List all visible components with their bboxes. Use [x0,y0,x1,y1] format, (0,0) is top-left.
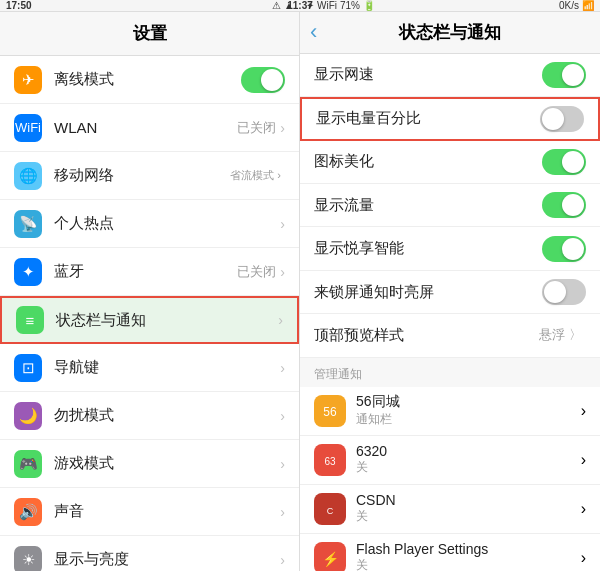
notif-item-56tc[interactable]: 56 56同城 通知栏 › [300,387,600,436]
left-panel: 设置 ✈ 离线模式 WiFi WLAN 已关闭 › 🌐 [0,12,300,571]
settings-item-game[interactable]: 🎮 游戏模式 › [0,440,299,488]
notif-icon-csdn: C [314,493,346,525]
battery-pct-status: 71% [340,0,360,11]
settings-item-navkey[interactable]: ⊡ 导航键 › [0,344,299,392]
toggle-offline[interactable] [241,67,285,93]
item-value-wlan: 已关闭 [237,119,276,137]
chevron-sound: › [280,504,285,520]
notif-icon-6320: 63 [314,444,346,476]
toggle-show-yixiang[interactable] [542,236,586,262]
settings-item-sound[interactable]: 🔊 声音 › [0,488,299,536]
notif-item-csdn[interactable]: C CSDN 关 › [300,485,600,534]
item-label-offline: 离线模式 [54,70,241,89]
settings-item-mobile-net[interactable]: 🌐 移动网络 省流模式 › [0,152,299,200]
chevron-csdn: › [581,500,586,518]
right-panel-header: ‹ 状态栏与通知 [300,12,600,54]
notif-name-csdn: CSDN [356,492,581,508]
notif-info-56tc: 56同城 通知栏 [356,393,581,428]
label-show-traffic: 显示流量 [314,196,542,215]
chevron-6320: › [581,451,586,469]
notif-name-flash: Flash Player Settings [356,541,581,557]
notif-info-6320: 6320 关 [356,443,581,476]
right-item-show-speed[interactable]: 显示网速 [300,54,600,97]
chevron-display: › [280,552,285,568]
toggle-show-traffic[interactable] [542,192,586,218]
wifi-icon: WiFi [14,114,42,142]
svg-text:63: 63 [324,456,336,467]
label-lock-notify: 来锁屏通知时亮屏 [314,283,542,302]
settings-item-statusbar[interactable]: ≡ 状态栏与通知 › [0,296,299,344]
wifi-status-icon: WiFi [317,0,337,11]
notif-info-flash: Flash Player Settings 关 [356,541,581,571]
hotspot-icon: 📡 [14,210,42,238]
notif-icon-flash: ⚡ [314,542,346,571]
notif-sub-56tc: 通知栏 [356,411,581,428]
item-label-mobile: 移动网络 [54,166,230,185]
manage-notif-label: 管理通知 [300,358,600,387]
left-panel-header: 设置 [0,12,299,56]
svg-text:56: 56 [323,405,337,419]
chevron-flash: › [581,549,586,567]
right-item-show-battery[interactable]: 显示电量百分比 [300,97,600,141]
notif-item-flash[interactable]: ⚡ Flash Player Settings 关 › [300,534,600,571]
item-label-sound: 声音 [54,502,280,521]
svg-text:C: C [327,506,334,516]
signal-icons: 📶 [582,0,594,11]
notif-info-csdn: CSDN 关 [356,492,581,525]
settings-item-hotspot[interactable]: 📡 个人热点 › [0,200,299,248]
label-show-yixiang: 显示悦享智能 [314,239,542,258]
sound-icon: 🔊 [14,498,42,526]
label-top-preview: 顶部预览样式 [314,326,539,345]
settings-item-bluetooth[interactable]: ✦ 蓝牙 已关闭 › [0,248,299,296]
label-icon-beauty: 图标美化 [314,152,542,171]
item-label-wlan: WLAN [54,119,237,136]
chevron-hotspot: › [280,216,285,232]
item-label-navkey: 导航键 [54,358,280,377]
chevron-bluetooth: › [280,264,285,280]
notif-sub-csdn: 关 [356,508,581,525]
status-bar: 17:50 ⚠ ▲ ✦ WiFi 71% 🔋 11:37 0K/s 📶 [0,0,600,12]
toggle-icon-beauty[interactable] [542,149,586,175]
network-speed-status: 0K/s [559,0,579,11]
battery-icon: 🔋 [363,0,375,11]
warning-icon: ⚠ [272,0,281,11]
chevron-navkey: › [280,360,285,376]
notif-item-6320[interactable]: 63 6320 关 › [300,436,600,485]
toggle-show-battery[interactable] [540,106,584,132]
notif-icon-56tc: 56 [314,395,346,427]
globe-icon: 🌐 [14,162,42,190]
right-item-top-preview[interactable]: 顶部预览样式 悬浮 〉 [300,314,600,357]
item-value-bluetooth: 已关闭 [237,263,276,281]
toggle-show-speed[interactable] [542,62,586,88]
right-item-lock-notify[interactable]: 来锁屏通知时亮屏 [300,271,600,314]
right-panel: ‹ 状态栏与通知 显示网速 显示电量百分比 图标美化 显示流量 [300,12,600,571]
item-value-mobile: 省流模式 › [230,168,281,183]
settings-item-dnd[interactable]: 🌙 勿扰模式 › [0,392,299,440]
display-icon: ☀ [14,546,42,572]
left-panel-title: 设置 [133,22,167,45]
notif-sub-flash: 关 [356,557,581,571]
item-label-display: 显示与亮度 [54,550,280,569]
label-show-battery: 显示电量百分比 [316,109,540,128]
notif-name-56tc: 56同城 [356,393,581,411]
navkey-icon: ⊡ [14,354,42,382]
toggle-lock-notify[interactable] [542,279,586,305]
right-item-show-yixiang[interactable]: 显示悦享智能 [300,227,600,270]
right-item-icon-beauty[interactable]: 图标美化 [300,141,600,184]
chevron-statusbar: › [278,312,283,328]
item-label-dnd: 勿扰模式 [54,406,280,425]
settings-item-offline[interactable]: ✈ 离线模式 [0,56,299,104]
back-button[interactable]: ‹ [310,19,317,45]
item-label-bluetooth: 蓝牙 [54,262,237,281]
chevron-dnd: › [280,408,285,424]
bluetooth-icon: ✦ [14,258,42,286]
settings-list: ✈ 离线模式 WiFi WLAN 已关闭 › 🌐 移动网络 省流模式 › [0,56,299,571]
right-item-show-traffic[interactable]: 显示流量 [300,184,600,227]
settings-item-display[interactable]: ☀ 显示与亮度 › [0,536,299,571]
statusbar-icon: ≡ [16,306,44,334]
chevron-wlan: › [280,120,285,136]
right-status-left-icons: ✦ WiFi 71% 🔋 [306,0,375,11]
item-label-game: 游戏模式 [54,454,280,473]
notif-name-6320: 6320 [356,443,581,459]
settings-item-wlan[interactable]: WiFi WLAN 已关闭 › [0,104,299,152]
